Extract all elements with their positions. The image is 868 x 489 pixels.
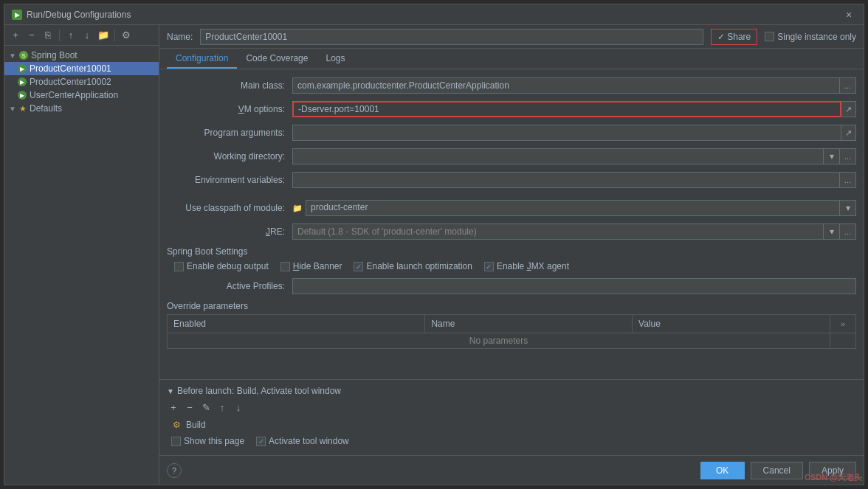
cancel-button[interactable]: Cancel bbox=[751, 462, 803, 479]
activate-tool-window-label[interactable]: Activate tool window bbox=[256, 436, 349, 446]
show-page-row: Show this page Activate tool window bbox=[167, 433, 856, 449]
program-args-input[interactable] bbox=[292, 125, 841, 141]
enable-jmx-agent-label[interactable]: Enable JMX agent bbox=[484, 261, 569, 271]
working-dir-label: Working directory: bbox=[167, 151, 292, 162]
single-instance-label[interactable]: Single instance only bbox=[765, 32, 856, 42]
name-input[interactable] bbox=[200, 29, 703, 45]
enable-launch-optimization-label[interactable]: Enable launch optimization bbox=[354, 261, 472, 271]
name-label: Name: bbox=[167, 32, 193, 42]
before-launch-remove-button[interactable]: − bbox=[183, 400, 196, 414]
folder-config-button[interactable]: 📁 bbox=[97, 29, 110, 42]
classpath-dropdown[interactable]: product-center bbox=[306, 200, 840, 216]
before-launch-down-button[interactable]: ↓ bbox=[232, 400, 245, 414]
classpath-dropdown-arrow[interactable]: ▾ bbox=[840, 200, 856, 216]
sidebar-item-usercenter[interactable]: ▶ UserCenterApplication bbox=[4, 89, 159, 102]
help-button[interactable]: ? bbox=[167, 463, 182, 478]
close-button[interactable]: × bbox=[846, 10, 856, 20]
vm-options-input[interactable] bbox=[292, 101, 841, 117]
classpath-row: Use classpath of module: 📁 product-cente… bbox=[167, 199, 856, 217]
jre-browse-button[interactable]: … bbox=[840, 223, 856, 240]
jre-row: JRE: ▾ … bbox=[167, 223, 856, 240]
before-launch-up-button[interactable]: ↑ bbox=[216, 400, 229, 414]
tab-configuration[interactable]: Configuration bbox=[167, 49, 237, 69]
title-bar-left: ▶ Run/Debug Configurations bbox=[12, 10, 131, 20]
env-vars-label: Environment variables: bbox=[167, 175, 292, 185]
jre-label: JRE: bbox=[167, 226, 292, 237]
program-args-control: ↗ bbox=[292, 125, 856, 141]
sidebar-item-productcenter10001[interactable]: ▶ ProductCenter10001 bbox=[4, 62, 159, 75]
jre-input[interactable] bbox=[292, 223, 824, 240]
program-args-row: Program arguments: ↗ bbox=[167, 124, 856, 142]
remove-config-button[interactable]: − bbox=[25, 29, 38, 42]
build-icon: ⚙ bbox=[171, 420, 182, 430]
col-value: Value bbox=[633, 315, 830, 333]
activate-tool-window-checkbox[interactable] bbox=[256, 437, 266, 446]
run-icon-3: ▶ bbox=[18, 91, 27, 100]
main-class-label: Main class: bbox=[167, 80, 292, 91]
show-page-checkbox[interactable] bbox=[171, 437, 181, 446]
col-enabled: Enabled bbox=[168, 315, 425, 333]
tree-arrow-spring-boot: ▼ bbox=[9, 52, 16, 60]
show-page-label[interactable]: Show this page bbox=[171, 436, 244, 446]
enable-debug-output-label[interactable]: Enable debug output bbox=[174, 261, 269, 271]
sidebar-item-spring-boot[interactable]: ▼ S Spring Boot bbox=[4, 49, 159, 62]
enable-launch-optimization-checkbox[interactable] bbox=[354, 262, 363, 271]
sidebar-item-productcenter10002[interactable]: ▶ ProductCenter10002 bbox=[4, 75, 159, 89]
spring-boot-icon: S bbox=[19, 51, 28, 60]
sidebar-item-defaults[interactable]: ▼ ★ Defaults bbox=[4, 102, 159, 115]
toolbar-separator bbox=[59, 30, 60, 41]
build-label: Build bbox=[186, 420, 206, 430]
active-profiles-control bbox=[292, 278, 856, 294]
sidebar-item-label: Spring Boot bbox=[31, 50, 78, 60]
hide-banner-checkbox[interactable] bbox=[280, 262, 290, 271]
before-launch-collapse-arrow[interactable]: ▼ bbox=[167, 387, 174, 395]
bottom-bar: ? OK Cancel Apply bbox=[159, 455, 864, 485]
working-dir-dropdown-button[interactable]: ▾ bbox=[824, 148, 840, 164]
add-config-button[interactable]: + bbox=[9, 29, 22, 42]
share-button[interactable]: ✓ Share bbox=[711, 29, 757, 45]
env-vars-input[interactable] bbox=[292, 172, 840, 188]
sidebar-item-label-defaults: Defaults bbox=[30, 103, 62, 114]
working-dir-input[interactable] bbox=[292, 148, 824, 164]
main-class-browse-button[interactable]: … bbox=[840, 77, 856, 94]
right-content: Name: ✓ Share Single instance only Confi… bbox=[159, 25, 864, 485]
activate-tool-window-text: Activate tool window bbox=[269, 436, 349, 446]
ok-button[interactable]: OK bbox=[700, 462, 745, 479]
defaults-icon: ★ bbox=[19, 104, 27, 114]
form-content: Main class: … VM options: ↗ Prog bbox=[159, 69, 864, 379]
program-args-expand-button[interactable]: ↗ bbox=[841, 125, 856, 141]
move-config-down-button[interactable]: ↓ bbox=[80, 29, 94, 42]
left-help: ? bbox=[167, 463, 182, 478]
copy-config-button[interactable]: ⎘ bbox=[41, 29, 55, 42]
hide-banner-label[interactable]: Hide Banner bbox=[280, 261, 342, 271]
env-vars-browse-button[interactable]: … bbox=[840, 172, 856, 188]
vm-options-expand-button[interactable]: ↗ bbox=[841, 101, 856, 117]
tab-code-coverage[interactable]: Code Coverage bbox=[237, 49, 317, 69]
hide-banner-text: Hide Banner bbox=[293, 261, 342, 271]
col-add: » bbox=[830, 315, 856, 333]
working-dir-browse-button[interactable]: … bbox=[840, 148, 856, 164]
jre-dropdown-arrow[interactable]: ▾ bbox=[824, 223, 840, 240]
sidebar: + − ⎘ ↑ ↓ 📁 ⚙ ▼ S Spring Boot ▶ P bbox=[4, 25, 159, 485]
dialog-title: Run/Debug Configurations bbox=[27, 10, 131, 20]
move-config-up-button[interactable]: ↑ bbox=[64, 29, 78, 42]
before-launch-add-button[interactable]: + bbox=[167, 400, 180, 414]
before-launch-edit-button[interactable]: ✎ bbox=[199, 400, 213, 414]
name-bar: Name: ✓ Share Single instance only bbox=[159, 25, 864, 49]
settings-config-button[interactable]: ⚙ bbox=[120, 29, 133, 42]
add-param-button[interactable]: » bbox=[836, 317, 850, 330]
enable-debug-output-checkbox[interactable] bbox=[174, 262, 184, 271]
before-launch-header: ▼ Before launch: Build, Activate tool wi… bbox=[167, 386, 856, 396]
enable-launch-optimization-text: Enable launch optimization bbox=[366, 261, 472, 271]
single-instance-checkbox[interactable] bbox=[765, 32, 774, 41]
sidebar-toolbar: + − ⎘ ↑ ↓ 📁 ⚙ bbox=[4, 25, 159, 46]
tab-logs[interactable]: Logs bbox=[317, 49, 354, 69]
working-dir-row: Working directory: ▾ … bbox=[167, 148, 856, 165]
active-profiles-input[interactable] bbox=[292, 278, 856, 294]
enable-jmx-agent-checkbox[interactable] bbox=[484, 262, 494, 271]
active-profiles-row: Active Profiles: bbox=[167, 277, 856, 295]
main-class-input[interactable] bbox=[292, 77, 840, 94]
main-content: + − ⎘ ↑ ↓ 📁 ⚙ ▼ S Spring Boot ▶ P bbox=[4, 25, 864, 485]
active-profiles-label: Active Profiles: bbox=[167, 281, 292, 291]
tabs-bar: Configuration Code Coverage Logs bbox=[159, 49, 864, 69]
